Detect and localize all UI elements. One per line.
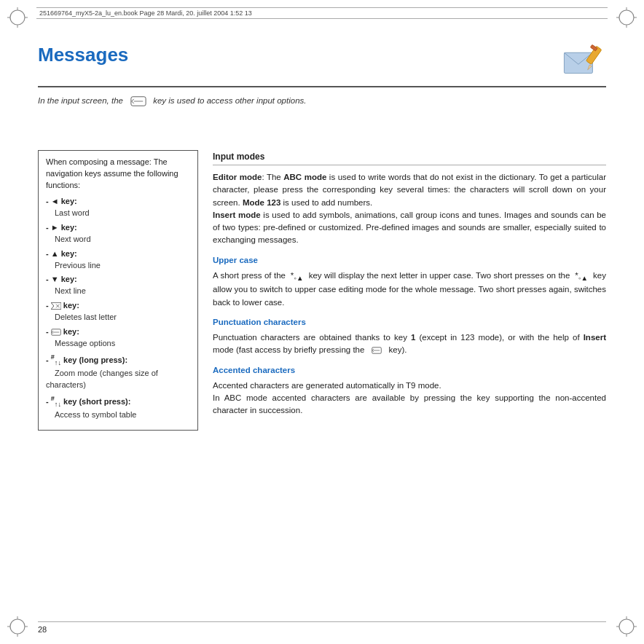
abc-mode-label: ABC mode	[283, 173, 326, 181]
sidebar-intro: When composing a message: The navigation…	[46, 157, 190, 192]
sidebar-key-zoommode-desc: Zoom mode (changes size of characters)	[46, 369, 158, 389]
file-info-text: 251669764_myX5-2a_lu_en.book Page 28 Mar…	[39, 9, 252, 17]
sidebar-key-nextline-desc: Next line	[55, 286, 86, 295]
page-content: Messages In the input screen, the key is…	[38, 31, 606, 613]
bottom-rule	[38, 621, 606, 622]
sidebar-key-msgoptions-label: - key:	[46, 327, 79, 336]
corner-mark-bl	[6, 615, 29, 638]
accented-title: Accented characters	[213, 364, 606, 377]
section-header-input-modes: Input modes	[213, 150, 606, 165]
sidebar-key-delletter-label: - key:	[46, 301, 79, 310]
sidebar-key-symboltable-label: - #↑↓ key (short press):	[46, 397, 130, 406]
punctuation-title: Punctuation characters	[213, 316, 606, 329]
page-title: Messages	[38, 44, 128, 66]
right-content: Input modes Editor mode: The ABC mode is…	[213, 150, 606, 431]
sidebar-key-nextline-label: - ▼ key:	[46, 275, 77, 283]
upper-case-title: Upper case	[213, 254, 606, 267]
svg-point-5	[619, 10, 634, 25]
sidebar-key-prevline-desc: Previous line	[55, 261, 101, 270]
sidebar-item-nextword: - ► key: Next word	[46, 222, 190, 246]
svg-point-15	[619, 619, 634, 634]
accented-text: Accented characters are generated automa…	[213, 380, 606, 417]
sidebar-box: When composing a message: The navigation…	[38, 150, 198, 431]
corner-mark-tl	[6, 6, 29, 29]
sidebar-item-lastword: - ◄ key: Last word	[46, 196, 190, 219]
sidebar-item-zoommode: - #↑↓ key (long press): Zoom mode (chang…	[46, 353, 190, 391]
accented-line1: Accented characters are generated automa…	[213, 381, 441, 390]
sidebar-key-nextword-label: - ► key:	[46, 223, 77, 232]
sidebar-item-delletter: - key: Deletes last letter	[46, 300, 190, 323]
sidebar-item-nextline: - ▼ key: Next line	[46, 274, 190, 297]
sidebar-item-symboltable: - #↑↓ key (short press): Access to symbo…	[46, 394, 190, 421]
corner-mark-br	[615, 615, 638, 638]
mode123-label: Mode 123	[243, 198, 280, 207]
sidebar-key-zoommode-label: - #↑↓ key (long press):	[46, 356, 127, 364]
sidebar-item-msgoptions: - key: Message options	[46, 326, 190, 350]
editor-mode-label: Editor mode	[213, 173, 262, 181]
svg-point-10	[10, 619, 25, 634]
intro-text: In the input screen, the key is used to …	[38, 96, 606, 106]
intro-text-content: In the input screen, the key is used to …	[38, 96, 307, 105]
top-meta-bar: 251669764_myX5-2a_lu_en.book Page 28 Mar…	[36, 7, 608, 19]
editor-mode-paragraph: Editor mode: The ABC mode is used to wri…	[213, 171, 606, 247]
accented-line2: In ABC mode accented characters are avai…	[213, 393, 606, 415]
upper-case-text: A short press of the *◦▲ key will displa…	[213, 270, 606, 309]
sidebar-key-lastword-label: - ◄ key:	[46, 197, 77, 205]
corner-mark-tr	[615, 6, 638, 29]
svg-rect-23	[590, 44, 597, 51]
page-number: 28	[38, 625, 47, 634]
punctuation-text: Punctuation characters are obtained than…	[213, 331, 606, 357]
main-layout: When composing a message: The navigation…	[38, 150, 606, 431]
insert-mode-label: Insert mode	[213, 211, 261, 219]
svg-point-0	[10, 10, 25, 25]
sidebar-key-symboltable-desc: Access to symbol table	[55, 410, 137, 419]
sidebar-key-prevline-label: - ▲ key:	[46, 249, 77, 258]
sidebar-key-msgoptions-desc: Message options	[55, 339, 115, 347]
sidebar-item-prevline: - ▲ key: Previous line	[46, 248, 190, 272]
messages-icon	[561, 44, 606, 82]
sidebar-key-lastword-desc: Last word	[55, 208, 90, 217]
sidebar-key-delletter-desc: Deletes last letter	[55, 313, 117, 321]
sidebar-key-nextword-desc: Next word	[55, 235, 91, 243]
svg-marker-26	[51, 303, 61, 310]
page-header: Messages	[38, 31, 606, 87]
